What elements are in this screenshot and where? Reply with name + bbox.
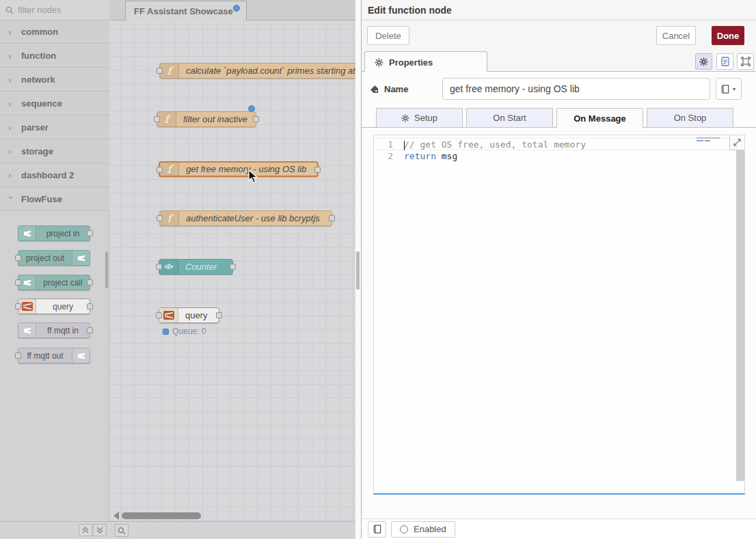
flowfuse-icon — [72, 251, 90, 265]
node-port[interactable] — [15, 303, 21, 309]
flow-tab[interactable]: FF Assistant Showcase — [125, 1, 247, 20]
code-editor[interactable]: 1 // get OS free, used, total memory 2 r… — [373, 135, 745, 495]
palette-category-function[interactable]: ›function — [0, 44, 109, 68]
double-chevron-up-icon — [82, 527, 89, 534]
gear-icon — [375, 58, 383, 67]
palette-category-network[interactable]: ›network — [0, 68, 109, 92]
flow-node-counter[interactable]: </> Counter — [159, 259, 233, 275]
palette-footer — [0, 521, 109, 539]
palette-category-dashboard2[interactable]: ›dashboard 2 — [0, 164, 109, 187]
function-icon: f — [157, 112, 176, 126]
palette-category-common[interactable]: ›common — [0, 20, 109, 44]
node-port[interactable] — [156, 312, 162, 318]
search-flows-button[interactable] — [115, 524, 129, 537]
flow-workspace[interactable]: FF Assistant Showcase f calculate `paylo… — [109, 0, 355, 539]
node-port[interactable] — [87, 279, 93, 286]
node-port[interactable] — [253, 116, 259, 122]
book-icon — [373, 525, 381, 534]
palette-node-query[interactable]: query — [18, 299, 90, 314]
delete-button[interactable]: Delete — [367, 26, 409, 45]
filter-nodes-input[interactable] — [18, 5, 96, 15]
appearance-icon-button[interactable] — [737, 53, 754, 70]
done-button[interactable]: Done — [712, 26, 744, 45]
node-name-input[interactable] — [442, 78, 710, 100]
canvas-grid[interactable]: f calculate `payload.count` primes start… — [109, 20, 355, 521]
tab-setup[interactable]: Setup — [376, 108, 463, 128]
node-port[interactable] — [87, 303, 93, 309]
caret-down-icon: ▼ — [732, 87, 737, 92]
node-port[interactable] — [87, 230, 93, 236]
palette-node-ff-mqtt-in[interactable]: ff mqtt in — [18, 322, 90, 338]
node-port[interactable] — [216, 312, 222, 318]
node-port[interactable] — [314, 167, 321, 173]
node-changed-dot — [248, 105, 255, 112]
flow-node-query[interactable]: query — [159, 307, 219, 323]
palette-node-project-call[interactable]: project call — [18, 275, 90, 290]
name-label: Name — [370, 84, 442, 94]
node-port[interactable] — [157, 68, 163, 74]
workspace-footer — [109, 521, 355, 539]
chevron-down-icon: › — [6, 196, 16, 202]
palette-scrollbar[interactable] — [105, 251, 108, 288]
palette-node-project-out[interactable]: project out — [18, 250, 90, 266]
node-enabled-toggle[interactable]: Enabled — [391, 521, 455, 538]
tab-on-start[interactable]: On Start — [466, 108, 553, 128]
palette-category-flowfuse[interactable]: ›FlowFuse — [0, 188, 109, 211]
horizontal-scrollbar-thumb[interactable] — [122, 512, 201, 519]
library-icon-button[interactable] — [368, 521, 386, 538]
selection-box-icon — [741, 57, 751, 66]
chevron-right-icon: › — [8, 146, 14, 156]
chevron-right-icon: › — [8, 27, 14, 37]
node-port[interactable] — [157, 215, 163, 221]
scroll-left-arrow-icon[interactable] — [113, 512, 119, 520]
tab-properties[interactable]: Properties — [364, 51, 487, 72]
expand-diagonal-icon — [733, 139, 741, 146]
tray-header: Edit function node — [362, 0, 756, 20]
node-port[interactable] — [157, 167, 163, 173]
palette-category-storage[interactable]: ›storage — [0, 140, 109, 163]
editor-scrollbar-thumb[interactable] — [736, 150, 744, 481]
properties-icon-button[interactable] — [695, 53, 712, 70]
node-port[interactable] — [15, 255, 21, 261]
palette-category-sequence[interactable]: ›sequence — [0, 92, 109, 115]
vertical-scrollbar-thumb[interactable] — [356, 251, 360, 290]
flowfuse-icon — [18, 323, 36, 337]
node-port[interactable] — [15, 279, 21, 286]
palette-node-project-in[interactable]: project in — [18, 225, 90, 241]
search-icon — [118, 527, 126, 535]
flowfuse-icon — [72, 348, 90, 363]
library-dropdown-button[interactable]: ▼ — [716, 78, 742, 100]
double-chevron-down-icon — [96, 527, 103, 534]
flow-node-filter-out-inactive[interactable]: f filter out inactive — [157, 111, 256, 127]
cancel-button[interactable]: Cancel — [656, 26, 696, 45]
palette-node-ff-mqtt-out[interactable]: ff mqtt out — [18, 348, 90, 363]
node-port[interactable] — [15, 353, 21, 359]
function-icon: f — [160, 211, 179, 225]
status-dot-icon — [163, 329, 169, 335]
node-port[interactable] — [154, 116, 160, 122]
node-port[interactable] — [230, 264, 236, 270]
expand-all-button[interactable] — [93, 524, 107, 536]
node-port[interactable] — [156, 264, 162, 270]
function-icon: f — [160, 163, 179, 176]
tab-on-stop[interactable]: On Stop — [647, 108, 733, 128]
flow-node-get-free-memory[interactable]: f get free memory - using OS lib — [159, 161, 319, 177]
chevron-right-icon: › — [8, 98, 14, 109]
node-port[interactable] — [87, 327, 93, 333]
tab-on-message[interactable]: On Message — [556, 108, 643, 128]
flow-node-calculate-primes[interactable]: f calculate `payload.count` primes start… — [159, 63, 355, 79]
flowfuse-icon — [18, 226, 36, 240]
function-icon: f — [160, 64, 179, 78]
function-editor-tabs: Setup On Start On Message On Stop — [362, 107, 756, 128]
name-row: Name ▼ — [370, 77, 750, 100]
edit-node-tray: Edit function node Delete Cancel Done Pr… — [361, 0, 756, 539]
collapse-all-button[interactable] — [79, 524, 92, 536]
description-icon-button[interactable] — [716, 53, 733, 70]
mouse-cursor — [248, 169, 258, 184]
editor-expand-button[interactable] — [729, 135, 744, 150]
flow-node-authenticate-user[interactable]: f authenticateUser - use lib bcryptjs — [159, 210, 332, 226]
node-port[interactable] — [329, 215, 335, 221]
tray-footer: Enabled — [362, 519, 756, 539]
node-status: Queue: 0 — [163, 327, 206, 336]
palette-category-parser[interactable]: ›parser — [0, 116, 109, 139]
